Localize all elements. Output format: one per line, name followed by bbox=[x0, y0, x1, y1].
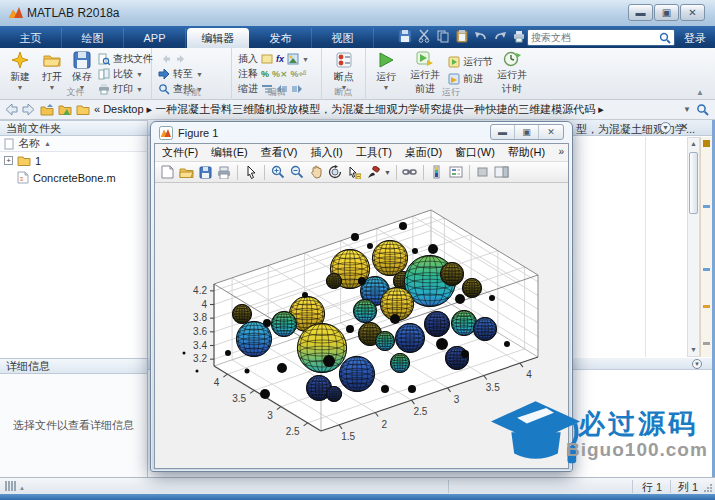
hide-plot-tools-button[interactable] bbox=[475, 164, 491, 180]
tab-apps[interactable]: APP bbox=[124, 28, 186, 48]
tab-editor[interactable]: 编辑器 bbox=[187, 28, 249, 48]
figure-titlebar[interactable]: Figure 1 bbox=[159, 126, 218, 140]
pan-button[interactable] bbox=[308, 164, 324, 180]
find-files-button[interactable]: 查找文件 bbox=[98, 52, 153, 66]
link-plot-button[interactable] bbox=[402, 164, 418, 180]
run-section-button[interactable]: 运行节 bbox=[448, 55, 493, 69]
menu-edit[interactable]: 编辑(E) bbox=[211, 145, 248, 160]
brush-dropdown-icon[interactable]: ▼ bbox=[384, 169, 391, 176]
message-indicator[interactable] bbox=[703, 305, 710, 308]
goto-button[interactable]: 转至▼ bbox=[158, 67, 203, 81]
folder-row[interactable]: + 1 bbox=[0, 152, 147, 169]
redo-icon[interactable] bbox=[493, 29, 507, 43]
new-button[interactable]: 新建▼ bbox=[4, 51, 36, 91]
message-indicator[interactable] bbox=[703, 342, 710, 345]
edit-cursor-button[interactable] bbox=[243, 164, 259, 180]
tab-plots[interactable]: 绘图 bbox=[62, 28, 124, 48]
path-dropdown-icon[interactable]: ▼ bbox=[683, 105, 691, 114]
rotate-3d-button[interactable] bbox=[327, 164, 343, 180]
breakpoints-button[interactable]: 断点▼ bbox=[328, 51, 360, 91]
editor-message-bar[interactable] bbox=[700, 137, 712, 357]
up-folder-icon[interactable] bbox=[40, 103, 54, 116]
print-figure-button[interactable] bbox=[216, 164, 232, 180]
open-button[interactable]: 打开▼ bbox=[36, 51, 68, 91]
compare-button[interactable]: 比较▼ bbox=[98, 67, 143, 81]
doc-search-input[interactable] bbox=[531, 32, 659, 43]
scroll-down-icon[interactable]: ▼ bbox=[688, 344, 699, 356]
message-indicator[interactable] bbox=[703, 205, 710, 208]
expand-icon[interactable]: + bbox=[4, 156, 13, 165]
copy-icon[interactable] bbox=[436, 29, 450, 43]
menu-overflow-icon[interactable]: » bbox=[558, 146, 564, 157]
doc-search-box[interactable] bbox=[527, 29, 675, 46]
panel-menu-icon[interactable]: ▼ bbox=[692, 359, 702, 369]
tab-view[interactable]: 视图 bbox=[312, 28, 374, 48]
editor-tab-close-icon[interactable]: ✕ bbox=[680, 121, 688, 132]
status-bar: ▲ 行 1 列 1 bbox=[0, 477, 715, 494]
insert-legend-button[interactable] bbox=[448, 164, 464, 180]
zoom-in-icon bbox=[271, 165, 285, 179]
menu-desktop[interactable]: 桌面(D) bbox=[405, 145, 442, 160]
tab-home[interactable]: 主页 bbox=[0, 28, 62, 48]
new-figure-button[interactable] bbox=[159, 164, 175, 180]
search-icon[interactable] bbox=[659, 32, 671, 44]
nav-back-icon[interactable] bbox=[4, 103, 18, 116]
cut-icon[interactable] bbox=[417, 29, 431, 43]
breadcrumb[interactable]: « Desktop ▸ 一种混凝土骨料三维随机投放模型，为混凝土细观力学研究提供… bbox=[94, 102, 654, 117]
menu-window[interactable]: 窗口(W) bbox=[455, 145, 495, 160]
insert-colorbar-button[interactable] bbox=[429, 164, 445, 180]
menu-view[interactable]: 查看(V) bbox=[261, 145, 298, 160]
comment-row[interactable]: 注释 % %⨯ %⏎ bbox=[238, 67, 306, 81]
show-plot-tools-button[interactable] bbox=[494, 164, 510, 180]
zoom-in-button[interactable] bbox=[270, 164, 286, 180]
link-icon bbox=[402, 166, 417, 178]
editor-tab-title[interactable]: 型，为混凝土细观力学... bbox=[576, 122, 695, 137]
editor-scrollbar[interactable]: ▲ ▼ bbox=[687, 137, 700, 357]
data-cursor-button[interactable] bbox=[346, 164, 362, 180]
maximize-button[interactable]: ▣ bbox=[654, 4, 679, 21]
watermark-name: 必过源码 bbox=[578, 406, 698, 442]
scrollbar-thumb[interactable] bbox=[689, 152, 698, 214]
back-icon[interactable] bbox=[160, 53, 172, 65]
details-header[interactable]: 详细信息 bbox=[0, 358, 148, 374]
paste-icon[interactable] bbox=[455, 29, 469, 43]
forward-icon[interactable] bbox=[175, 53, 187, 65]
figure-maximize-button[interactable]: ▣ bbox=[515, 125, 539, 139]
close-button[interactable]: ✕ bbox=[680, 4, 705, 21]
brush-button[interactable] bbox=[365, 164, 381, 180]
login-link[interactable]: 登录 bbox=[684, 31, 706, 46]
mfile-row[interactable]: ≡ ConcreteBone.m bbox=[0, 169, 147, 186]
run-button[interactable]: 运行▼ bbox=[370, 51, 402, 91]
browse-folder-icon[interactable] bbox=[58, 103, 72, 116]
save-figure-button[interactable] bbox=[197, 164, 213, 180]
resize-grip-icon[interactable] bbox=[704, 483, 713, 492]
menu-help[interactable]: 帮助(H) bbox=[508, 145, 545, 160]
save-icon[interactable] bbox=[398, 29, 412, 43]
path-search-icon[interactable] bbox=[696, 103, 709, 116]
ribbon-collapse-icon[interactable]: ▲ bbox=[696, 88, 704, 97]
insert-row[interactable]: 插入 fx ▼ bbox=[238, 52, 309, 66]
name-column-header[interactable]: 名称 ▲ bbox=[0, 136, 148, 152]
menu-file[interactable]: 文件(F) bbox=[162, 145, 198, 160]
undo-icon[interactable] bbox=[474, 29, 488, 43]
save-button[interactable]: 保存▼ bbox=[66, 51, 98, 91]
menu-insert[interactable]: 插入(I) bbox=[310, 145, 342, 160]
nav-forward-icon[interactable] bbox=[22, 103, 36, 116]
minimize-button[interactable]: ▬ bbox=[628, 4, 653, 21]
zoom-out-button[interactable] bbox=[289, 164, 305, 180]
open-file-button[interactable] bbox=[178, 164, 194, 180]
advance-button[interactable]: 前进 bbox=[448, 72, 483, 86]
scroll-up-icon[interactable]: ▲ bbox=[688, 138, 699, 150]
menu-tools[interactable]: 工具(T) bbox=[356, 145, 392, 160]
figure-minimize-button[interactable]: ▬ bbox=[491, 125, 515, 139]
tab-publish[interactable]: 发布 bbox=[250, 28, 312, 48]
message-indicator[interactable] bbox=[703, 268, 710, 271]
statusbar-grip[interactable]: ▲ bbox=[5, 481, 25, 491]
print-icon[interactable] bbox=[512, 29, 526, 43]
ribbon-group-breakpoints: 断点▼ 断点 bbox=[322, 48, 366, 100]
message-indicator[interactable] bbox=[703, 140, 710, 147]
doc-menu-icon[interactable]: ▼ bbox=[660, 122, 671, 133]
save-icon bbox=[73, 51, 91, 69]
figure-close-button[interactable]: ✕ bbox=[539, 125, 563, 139]
current-folder-header[interactable]: 当前文件夹 bbox=[0, 120, 148, 136]
